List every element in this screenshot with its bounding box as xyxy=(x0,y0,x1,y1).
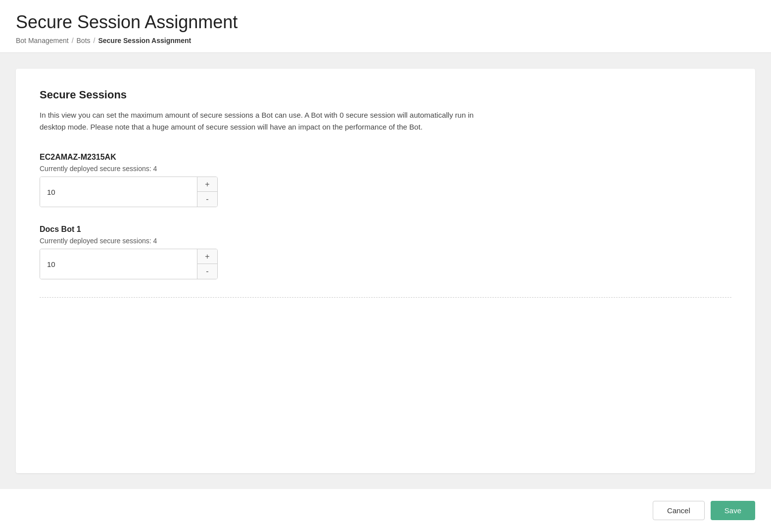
footer-actions: Cancel Save xyxy=(0,489,771,532)
bot-sessions-label-1: Currently deployed secure sessions: 4 xyxy=(40,165,731,173)
bot-entry-1: EC2AMAZ-M2315AK Currently deployed secur… xyxy=(40,153,731,207)
stepper-2: + - xyxy=(40,249,218,279)
save-button[interactable]: Save xyxy=(711,501,755,520)
stepper-input-2[interactable] xyxy=(40,249,197,279)
bot-entry-2: Docs Bot 1 Currently deployed secure ses… xyxy=(40,225,731,279)
section-title: Secure Sessions xyxy=(40,89,731,101)
increment-button-1[interactable]: + xyxy=(197,177,217,192)
breadcrumb-bot-management[interactable]: Bot Management xyxy=(16,37,69,44)
stepper-input-1[interactable] xyxy=(40,177,197,207)
page-header: Secure Session Assignment Bot Management… xyxy=(0,0,771,53)
content-area: Secure Sessions In this view you can set… xyxy=(0,53,771,489)
bot-sessions-label-2: Currently deployed secure sessions: 4 xyxy=(40,237,731,245)
stepper-buttons-2: + - xyxy=(197,249,217,279)
stepper-1: + - xyxy=(40,177,218,207)
breadcrumb-separator-1: / xyxy=(72,37,74,44)
breadcrumb-current: Secure Session Assignment xyxy=(98,37,191,44)
section-description: In this view you can set the maximum amo… xyxy=(40,109,485,133)
breadcrumb: Bot Management / Bots / Secure Session A… xyxy=(16,37,755,44)
decrement-button-2[interactable]: - xyxy=(197,264,217,279)
stepper-buttons-1: + - xyxy=(197,177,217,207)
breadcrumb-separator-2: / xyxy=(94,37,96,44)
decrement-button-1[interactable]: - xyxy=(197,192,217,207)
cancel-button[interactable]: Cancel xyxy=(653,501,705,520)
increment-button-2[interactable]: + xyxy=(197,249,217,264)
bot-name-2: Docs Bot 1 xyxy=(40,225,731,234)
breadcrumb-bots[interactable]: Bots xyxy=(77,37,91,44)
main-card: Secure Sessions In this view you can set… xyxy=(16,69,755,473)
page-title: Secure Session Assignment xyxy=(16,12,755,33)
bot-name-1: EC2AMAZ-M2315AK xyxy=(40,153,731,162)
footer-divider xyxy=(40,297,731,298)
